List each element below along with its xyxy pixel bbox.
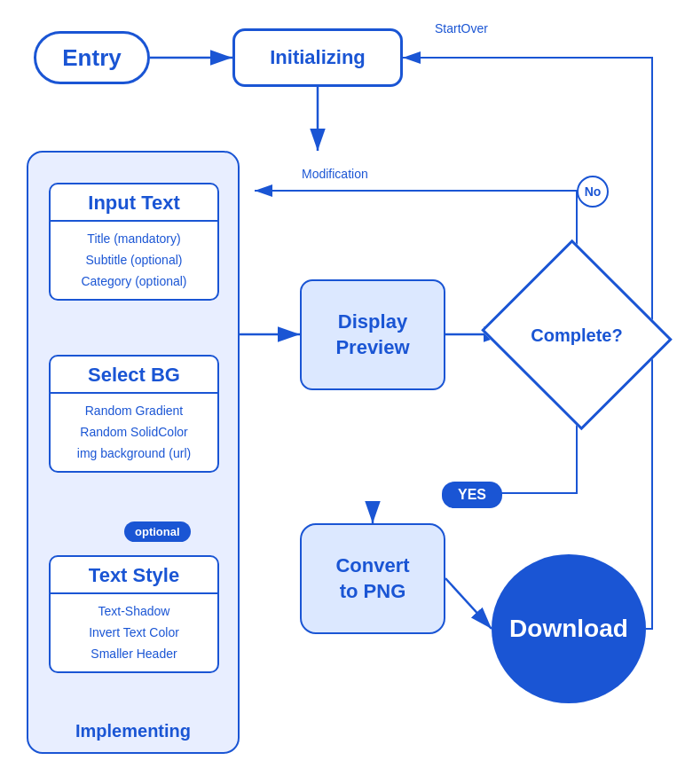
select-bg-item-2: Random SolidColor	[54, 422, 214, 443]
text-style-node: Text Style Text-Shadow Invert Text Color…	[49, 555, 219, 673]
input-text-item-3: Category (optional)	[54, 271, 214, 293]
complete-diamond-node: Complete?	[506, 270, 648, 399]
initializing-label: Initializing	[270, 46, 366, 69]
text-style-header: Text Style	[51, 557, 217, 594]
download-node: Download	[492, 554, 646, 703]
entry-label: Entry	[62, 44, 121, 72]
optional-badge: optional	[124, 521, 191, 542]
convert-png-node: Convertto PNG	[300, 523, 445, 634]
input-text-item-1: Title (mandatory)	[54, 229, 214, 250]
select-bg-node: Select BG Random Gradient Random SolidCo…	[49, 355, 219, 473]
input-text-item-2: Subtitle (optional)	[54, 250, 214, 271]
startover-label: StartOver	[435, 21, 488, 35]
text-style-item-3: Smaller Header	[54, 644, 214, 665]
implementing-label: Implementing	[28, 721, 238, 741]
select-bg-items: Random Gradient Random SolidColor img ba…	[51, 394, 217, 471]
input-text-header: Input Text	[51, 184, 217, 222]
input-text-node: Input Text Title (mandatory) Subtitle (o…	[49, 183, 219, 301]
input-text-items: Title (mandatory) Subtitle (optional) Ca…	[51, 222, 217, 299]
flowchart-diagram: Entry Initializing StartOver Implementin…	[0, 0, 677, 784]
display-preview-node: DisplayPreview	[300, 279, 445, 390]
text-style-item-1: Text-Shadow	[54, 601, 214, 623]
complete-label: Complete?	[506, 270, 648, 399]
entry-node: Entry	[34, 31, 150, 84]
download-label: Download	[509, 615, 628, 643]
select-bg-item-3: img background (url)	[54, 443, 214, 465]
initializing-node: Initializing	[232, 28, 403, 87]
modification-label: Modification	[302, 167, 368, 181]
svg-line-10	[445, 578, 492, 629]
convert-png-label: Convertto PNG	[335, 553, 409, 604]
text-style-items: Text-Shadow Invert Text Color Smaller He…	[51, 594, 217, 671]
display-preview-label: DisplayPreview	[335, 310, 409, 360]
text-style-item-2: Invert Text Color	[54, 623, 214, 644]
no-badge: No	[577, 176, 609, 208]
select-bg-header: Select BG	[51, 357, 217, 394]
select-bg-item-1: Random Gradient	[54, 401, 214, 422]
yes-badge: YES	[442, 482, 502, 508]
